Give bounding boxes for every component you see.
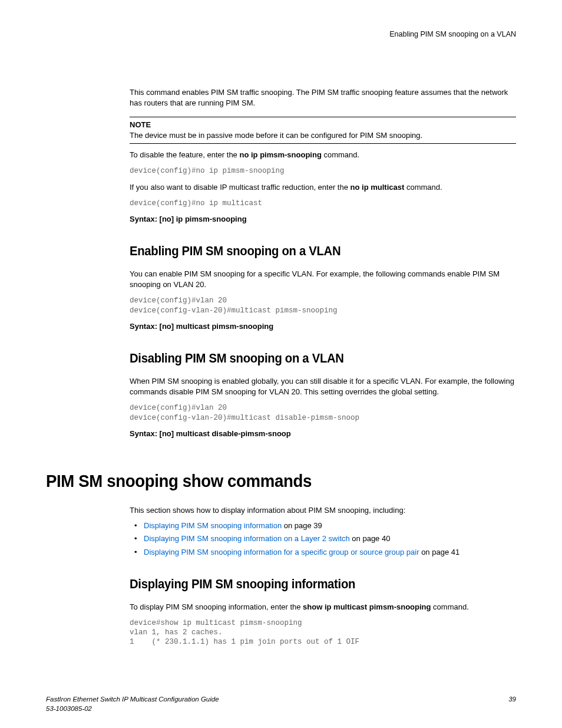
sec2-text: When PIM SM snooping is enabled globally… — [130, 376, 516, 397]
list-item: Displaying PIM SM snooping information o… — [130, 521, 516, 531]
chapter-block: PIM SM snooping show commands — [46, 469, 516, 493]
note-label: NOTE — [130, 120, 516, 130]
disable-multicast-text: If you also want to disable IP multicast… — [130, 182, 516, 193]
page-link[interactable]: Displaying PIM SM snooping information o… — [144, 534, 350, 543]
text-fragment: command. — [431, 602, 469, 611]
text-fragment: If you also want to disable IP multicast… — [130, 183, 351, 192]
link-suffix: on page 41 — [419, 548, 460, 556]
heading-disable-vlan: Disabling PIM SM snooping on a VLAN — [130, 350, 485, 368]
code-block: device#show ip multicast pimsm-snooping … — [130, 618, 516, 647]
code-block: device(config)#no ip multicast — [130, 199, 516, 208]
command-bold: no ip pimsm-snooping — [239, 150, 321, 159]
list-item: Displaying PIM SM snooping information f… — [130, 547, 516, 558]
footer-title: FastIron Ethernet Switch IP Multicast Co… — [46, 696, 219, 703]
text-fragment: command. — [322, 150, 359, 159]
disable-text: To disable the feature, enter the no ip … — [130, 150, 516, 160]
chapter-title: PIM SM snooping show commands — [46, 469, 478, 493]
chapter-intro: This section shows how to display inform… — [130, 505, 516, 516]
heading-display-info: Displaying PIM SM snooping information — [130, 575, 485, 594]
syntax-line: Syntax: [no] ip pimsm-snooping — [130, 214, 516, 225]
footer-left: FastIron Ethernet Switch IP Multicast Co… — [46, 694, 219, 713]
running-header: Enabling PIM SM snooping on a VLAN — [46, 29, 516, 40]
code-block: device(config)#vlan 20 device(config-vla… — [130, 296, 516, 315]
page-link[interactable]: Displaying PIM SM snooping information f… — [144, 548, 419, 556]
syntax-line: Syntax: [no] multicast disable-pimsm-sno… — [130, 429, 516, 439]
text-fragment: command. — [404, 183, 442, 192]
syntax-line: Syntax: [no] multicast pimsm-snooping — [130, 321, 516, 332]
content-main: This command enables PIM SM traffic snoo… — [130, 87, 516, 440]
command-bold: no ip multicast — [351, 183, 405, 192]
sec1-text: You can enable PIM SM snooping for a spe… — [130, 269, 516, 290]
list-item: Displaying PIM SM snooping information o… — [130, 533, 516, 544]
link-suffix: on page 40 — [350, 534, 391, 543]
sec3-text: To display PIM SM snooping information, … — [130, 602, 516, 612]
note-block: NOTE The device must be in passive mode … — [130, 117, 516, 144]
footer-docid: 53-1003085-02 — [46, 705, 92, 712]
code-block: device(config)#no ip pimsm-snooping — [130, 166, 516, 176]
link-list: Displaying PIM SM snooping information o… — [130, 521, 516, 558]
command-bold: show ip multicast pimsm-snooping — [303, 602, 431, 611]
note-text: The device must be in passive mode befor… — [130, 130, 516, 141]
page-link[interactable]: Displaying PIM SM snooping information — [144, 521, 282, 530]
page-number: 39 — [508, 694, 516, 713]
page-footer: FastIron Ethernet Switch IP Multicast Co… — [46, 694, 516, 713]
link-suffix: on page 39 — [282, 521, 322, 530]
text-fragment: To display PIM SM snooping information, … — [130, 602, 303, 611]
intro-paragraph: This command enables PIM SM traffic snoo… — [130, 87, 516, 108]
heading-enable-vlan: Enabling PIM SM snooping on a VLAN — [130, 242, 485, 261]
content-chapter: This section shows how to display inform… — [130, 505, 516, 647]
code-block: device(config)#vlan 20 device(config-vla… — [130, 403, 516, 423]
text-fragment: To disable the feature, enter the — [130, 150, 239, 159]
